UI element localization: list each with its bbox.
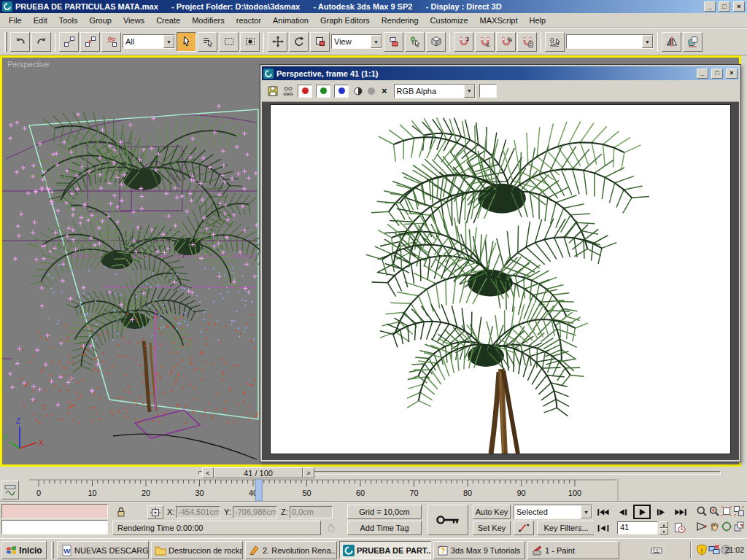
taskbar-item-tutorials[interactable]: ?3ds Max 9 Tutorials [433,541,525,559]
menu-tools[interactable]: Tools [53,14,84,27]
rotate-button[interactable] [289,32,309,52]
z-coordinate-field[interactable]: 0,0cm [290,506,333,518]
auto-key-button[interactable]: Auto Key [473,505,511,519]
maxscript-macro-recorder[interactable] [1,504,108,518]
minimize-button[interactable]: _ [697,69,708,79]
key-mode-toggle[interactable] [594,521,613,535]
zoom-extents-button[interactable] [721,505,732,517]
taskbar-grip[interactable] [51,542,54,559]
go-to-end-button[interactable] [671,505,690,519]
named-sets-button[interactable]: {}ABC [545,32,565,52]
menu-help[interactable]: Help [524,14,552,27]
named-selection-select[interactable]: ▼ [566,34,654,49]
time-slider-handle[interactable]: < 41 / 100 > [202,467,314,478]
select-link-button[interactable] [59,32,79,52]
spinner-up-icon[interactable]: ▲ [659,521,668,528]
default-tangent-button[interactable] [514,521,534,535]
chevron-down-icon[interactable]: ▼ [581,505,592,518]
blue-channel-button[interactable] [334,85,349,98]
toolbar-grip[interactable] [4,32,7,52]
current-frame-field[interactable]: 41 [617,521,658,534]
menu-reactor[interactable]: reactor [231,14,267,27]
alpha-channel-icon[interactable] [368,88,375,95]
menu-file[interactable]: File [3,14,28,27]
bind-spacewarp-button[interactable] [101,32,121,52]
undo-button[interactable] [10,32,30,52]
move-button[interactable] [268,32,287,52]
mono-channel-icon[interactable] [352,85,364,97]
taskbar-item-word[interactable]: WNUEVAS DESCARG... [57,541,149,559]
taskbar-item-revolution[interactable]: 2. Revolution Rena... [245,541,337,559]
prev-frame-arrow[interactable]: < [202,467,214,478]
clone-window-icon[interactable] [282,85,294,97]
network-error-icon[interactable] [708,544,720,556]
marquee-region-button[interactable] [219,32,239,52]
chevron-down-icon[interactable]: ▼ [464,85,475,98]
maxscript-mini-listener[interactable] [1,520,108,534]
select-by-name-button[interactable] [198,32,217,52]
menu-create[interactable]: Create [150,14,186,27]
menu-modifiers[interactable]: Modifiers [186,14,231,27]
menu-rendering[interactable]: Rendering [376,14,425,27]
selection-lock-icon[interactable] [115,506,127,518]
menu-group[interactable]: Group [83,14,117,27]
manipulate-button[interactable] [405,32,425,52]
go-to-start-button[interactable] [594,505,613,519]
set-key-button[interactable]: Set Key [473,521,511,535]
chevron-down-icon[interactable]: ▼ [163,35,174,48]
x-coordinate-field[interactable]: -454,501cm [176,506,220,518]
snap-angle-button[interactable] [475,32,495,52]
save-bitmap-icon[interactable] [267,85,279,97]
taskbar-item-paint[interactable]: 1 - Paint [527,541,619,559]
window-crossing-button[interactable] [240,32,260,52]
language-keyboard-button[interactable] [648,542,665,559]
min-max-toggle-button[interactable] [733,520,745,532]
arc-rotate-button[interactable] [721,520,732,532]
key-filters-button[interactable]: Key Filters... [537,521,595,535]
close-button[interactable]: × [733,1,745,12]
coord-system-select[interactable]: View▼ [331,34,382,49]
y-coordinate-field[interactable]: -706,988cm [233,506,277,518]
add-time-tag-button[interactable]: Add Time Tag [347,521,422,535]
close-button[interactable]: × [726,69,738,79]
chevron-down-icon[interactable]: ▼ [642,35,653,48]
viewport-label[interactable]: Perspective [7,60,49,69]
menu-customize[interactable]: Customize [425,14,474,27]
background-color-swatch[interactable] [479,84,497,98]
mirror-button[interactable] [662,32,681,52]
set-keys-button[interactable] [427,505,468,535]
start-button[interactable]: Inicio [1,541,47,559]
render-window-titlebar[interactable]: Perspective, frame 41 (1:1) _ □ × [262,66,739,80]
next-frame-arrow[interactable]: > [303,467,314,478]
pan-button[interactable] [708,520,720,532]
green-channel-button[interactable] [316,85,330,98]
chevron-down-icon[interactable]: ▼ [371,35,382,48]
redo-button[interactable] [31,32,51,52]
maximize-button[interactable]: □ [711,69,723,79]
menu-views[interactable]: Views [117,14,150,27]
previous-frame-button[interactable] [614,505,632,519]
channel-display-select[interactable]: RGB Alpha▼ [394,84,476,98]
zoom-extents-all-button[interactable] [733,505,745,517]
time-slider-label[interactable]: 41 / 100 [214,467,303,478]
spinner-down-icon[interactable]: ▼ [659,528,668,534]
pivot-center-button[interactable] [384,32,403,52]
zoom-button[interactable] [696,505,708,517]
play-button[interactable] [633,505,651,519]
frame-spinner[interactable]: ▲▼ [659,521,668,534]
fov-button[interactable] [696,520,708,532]
align-button[interactable] [683,32,703,52]
zoom-all-button[interactable] [708,505,720,517]
taskbar-item-3dsmax-active[interactable]: PRUEBA DE PART... [339,541,431,559]
security-shield-icon[interactable]: ! [696,544,708,556]
minimize-button[interactable]: _ [704,1,716,12]
unlink-button[interactable] [80,32,100,52]
menu-edit[interactable]: Edit [28,14,53,27]
scale-button[interactable] [310,32,330,52]
key-filter-select[interactable]: Selected▼ [514,505,592,519]
clear-x-icon[interactable]: × [379,85,390,96]
absolute-mode-button[interactable] [147,505,163,519]
select-object-button[interactable] [177,32,196,52]
keyboard-override-button[interactable] [426,32,446,52]
menu-maxscript[interactable]: MAXScript [474,14,524,27]
